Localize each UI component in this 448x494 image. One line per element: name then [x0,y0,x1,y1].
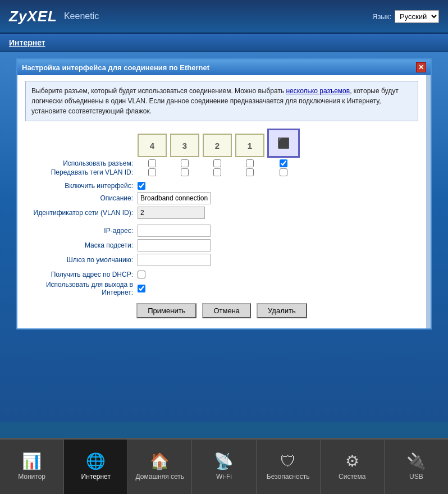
subnet-input[interactable] [138,239,211,251]
info-link[interactable]: несколько разъемов [286,87,350,95]
language-section: Язык: Русский [372,10,439,23]
dialog-ethernet: Настройка интерфейса для соединения по E… [16,58,432,330]
info-box: Выберите разъем, который будет использов… [25,81,418,121]
port-3[interactable]: 3 [170,134,199,157]
cb-use-port-2[interactable] [213,159,221,167]
label-gateway: Шлюз по умолчанию: [25,256,138,264]
nav-icon-2: 🏠 [150,454,170,469]
cb-vlan-port-wan[interactable] [280,168,287,176]
cb-internet[interactable] [138,285,145,292]
nav-item-безопасность[interactable]: 🛡Безопасность [257,440,321,494]
header: ZyXEL Keenetic Язык: Русский [0,0,448,34]
logo-zyxel: ZyXEL [9,8,57,25]
nav-label-4: Безопасность [267,473,310,481]
nav-icon-5: ⚙ [345,454,359,469]
port-4[interactable]: 4 [138,134,167,157]
nav-label-5: Система [339,473,365,481]
cb-vlan-port-4[interactable] [148,168,156,176]
logo-keenetic: Keenetic [64,11,99,21]
label-vlan-id: Идентификатор сети (VLAN ID): [25,209,138,217]
label-subnet: Маска подсети: [25,241,138,249]
subheader: Интернет [0,34,448,52]
port-wan[interactable]: ⬛ [268,129,299,157]
bottom-nav: 📊Монитор🌐Интернет🏠Домашняя сеть📡Wi-Fi🛡Бе… [0,438,448,494]
cb-use-port-4[interactable] [148,159,156,167]
nav-item-интернет[interactable]: 🌐Интернет [64,440,128,494]
cb-use-port-3[interactable] [181,159,189,167]
nav-icon-1: 🌐 [86,454,106,469]
nav-label-6: USB [409,473,423,481]
breadcrumb-internet[interactable]: Интернет [9,38,45,47]
port-1[interactable]: 1 [235,134,264,157]
nav-icon-6: 🔌 [406,454,426,469]
gateway-input[interactable] [138,254,211,266]
language-select[interactable]: Русский [395,10,439,23]
port-2[interactable]: 2 [203,134,232,157]
dialog-titlebar: Настройка интерфейса для соединения по E… [17,60,431,75]
label-internet: Использовать для выхода в Интернет: [25,281,138,296]
lang-label: Язык: [372,12,391,21]
nav-icon-3: 📡 [214,454,234,469]
main-content: NASTРОЙСАМ.RU NASTРОЙСАМ.RU Настройка ин… [0,52,448,422]
delete-button[interactable]: Удалить [257,303,307,318]
nav-item-система[interactable]: ⚙Система [321,440,385,494]
nav-item-домашняя-сеть[interactable]: 🏠Домашняя сеть [128,440,192,494]
nav-label-1: Интернет [81,473,111,481]
ip-input[interactable] [138,225,211,237]
nav-icon-4: 🛡 [280,454,296,469]
nav-label-0: Монитор [18,473,45,481]
label-description: Описание: [25,194,138,202]
nav-label-3: Wi-Fi [216,473,232,481]
label-use-connector: Использовать разъем: [25,159,138,167]
nav-item-wi-fi[interactable]: 📡Wi-Fi [192,440,256,494]
cb-vlan-port-2[interactable] [213,168,221,176]
button-row: Применить Отмена Удалить [25,303,418,323]
cb-vlan-port-1[interactable] [246,168,254,176]
cb-enable-interface[interactable] [138,182,145,190]
label-dhcp: Получить адрес по DHCP: [25,271,138,278]
label-vlan-tag: Передавать теги VLAN ID: [25,168,138,176]
vlan-id-input[interactable] [138,207,205,219]
cb-use-port-wan[interactable] [280,159,287,167]
apply-button[interactable]: Применить [136,303,196,318]
cb-use-port-1[interactable] [246,159,254,167]
label-enable-interface: Включить интерфейс: [25,182,138,190]
cb-dhcp[interactable] [138,271,145,278]
dialog-title: Настройка интерфейса для соединения по E… [22,63,209,72]
nav-item-usb[interactable]: 🔌USB [385,440,448,494]
nav-icon-0: 📊 [22,454,42,469]
nav-item-монитор[interactable]: 📊Монитор [0,440,64,494]
dialog-body: Выберите разъем, который будет использов… [17,75,431,328]
dialog-close-button[interactable]: ✕ [416,62,426,72]
cancel-button[interactable]: Отмена [202,303,251,318]
cb-vlan-port-3[interactable] [181,168,189,176]
nav-label-2: Домашняя сеть [136,473,184,481]
description-input[interactable] [138,192,211,204]
label-ip: IP-адрес: [25,227,138,235]
